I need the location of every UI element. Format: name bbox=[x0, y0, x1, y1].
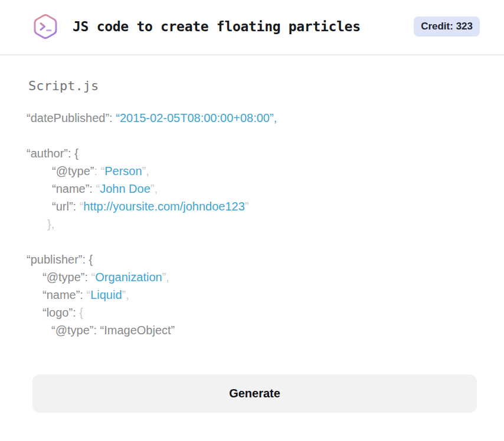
code-segment: : { bbox=[82, 253, 93, 266]
code-segment: { bbox=[79, 306, 83, 319]
generate-button[interactable]: Generate bbox=[32, 374, 477, 413]
code-segment: Liquid bbox=[90, 288, 122, 301]
code-block: “datePublished”: “2015-02-05T08:00:00+08… bbox=[27, 109, 480, 339]
code-segment: : { bbox=[68, 147, 78, 160]
code-segment: : bbox=[73, 200, 80, 213]
code-segment: John Doe bbox=[100, 182, 150, 195]
code-segment: ”, bbox=[150, 182, 158, 195]
code-line: “name”: “Liquid”, bbox=[27, 286, 480, 304]
code-line: “publisher”: { bbox=[27, 251, 480, 268]
code-segment: : bbox=[89, 182, 96, 195]
code-segment: : bbox=[94, 164, 100, 177]
code-segment: : bbox=[109, 111, 116, 124]
code-segment: ”, bbox=[162, 271, 169, 284]
code-segment: “@type” bbox=[42, 271, 84, 284]
code-segment: “datePublished” bbox=[27, 111, 109, 124]
code-line: “logo”: { bbox=[27, 304, 480, 321]
code-segment: : bbox=[73, 306, 79, 319]
main-content: Script.js “datePublished”: “2015-02-05T0… bbox=[0, 55, 504, 339]
header: JS code to create floating particles Cre… bbox=[0, 0, 504, 55]
code-segment: “publisher” bbox=[27, 253, 82, 266]
code-segment: “author” bbox=[27, 147, 68, 160]
terminal-hexagon-icon bbox=[32, 13, 58, 40]
code-line: “@type”: “Person”, bbox=[27, 162, 480, 180]
code-segment: “2015-02-05T08:00:00+08:00”, bbox=[116, 111, 277, 124]
code-segment: “url” bbox=[52, 200, 73, 213]
code-blank-line bbox=[27, 233, 480, 251]
code-segment: Person bbox=[104, 164, 142, 177]
credit-badge: Credit: 323 bbox=[414, 17, 480, 37]
code-segment: ” bbox=[245, 200, 249, 213]
code-line: “url”: “http://yoursite.com/johndoe123” bbox=[27, 198, 480, 215]
code-segment: Organization bbox=[95, 271, 162, 284]
code-segment: ”, bbox=[142, 164, 149, 177]
code-line: }, bbox=[27, 215, 480, 233]
code-line: “@type”: “ImageObject” bbox=[27, 321, 480, 339]
code-line: “@type”: “Organization”, bbox=[27, 268, 480, 286]
code-blank-line bbox=[27, 127, 480, 144]
code-segment: “name” bbox=[42, 288, 80, 301]
code-segment: }, bbox=[47, 218, 54, 231]
code-segment: http://yoursite.com/johndoe123 bbox=[83, 200, 245, 213]
code-segment: “logo” bbox=[42, 306, 73, 319]
page-title: JS code to create floating particles bbox=[73, 19, 361, 34]
code-line: “name”: “John Doe”, bbox=[27, 180, 480, 198]
code-segment: ”, bbox=[122, 288, 129, 301]
code-segment: “@type”: “ImageObject” bbox=[51, 324, 175, 337]
code-line: “author”: { bbox=[27, 144, 480, 162]
code-segment: : bbox=[80, 288, 86, 301]
code-line: “datePublished”: “2015-02-05T08:00:00+08… bbox=[27, 109, 480, 127]
code-segment: : bbox=[84, 271, 91, 284]
code-segment: “name” bbox=[52, 182, 89, 195]
code-segment: “@type” bbox=[52, 164, 94, 177]
script-filename-heading: Script.js bbox=[28, 78, 480, 93]
footer: Generate bbox=[0, 339, 504, 413]
